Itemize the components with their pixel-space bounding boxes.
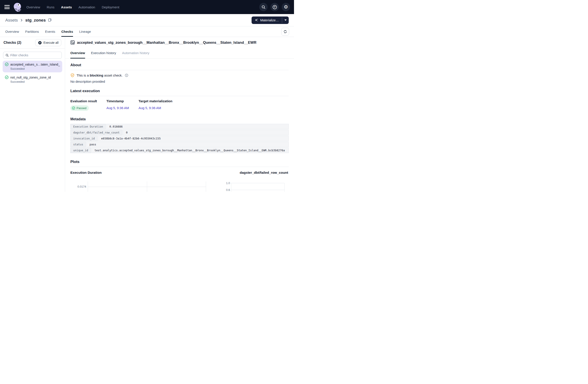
y-axis-tick: 0.6 [224, 188, 230, 192]
tab-lineage[interactable]: Lineage [79, 26, 91, 37]
about-heading: About [70, 63, 289, 67]
evaluation-result-header: Evaluation result [70, 99, 106, 103]
y-axis-tick: 1.0 [224, 181, 230, 185]
check-detail-panel: accepted_values_stg_zones_borough__Manha… [65, 37, 294, 192]
search-icon [5, 54, 9, 57]
breadcrumb-row: Assets stg_zones Materialize… [0, 14, 294, 26]
metadata-heading: Metadata [70, 117, 289, 121]
nav-link-overview[interactable]: Overview [26, 5, 40, 9]
metadata-value: 0 [123, 130, 289, 135]
breadcrumb-assets-link[interactable]: Assets [5, 18, 18, 23]
check-list-item-not-null[interactable]: not_null_stg_zones_zone_id Succeeded [3, 74, 62, 85]
check-tab-overview[interactable]: Overview [70, 51, 85, 59]
execution-duration-chart: Execution Duration 0.0174 [70, 171, 224, 192]
check-tab-automation-history: Automation history [122, 51, 149, 59]
metadata-row: Execution Duration 0.016686 [70, 124, 289, 129]
nav-link-deployment[interactable]: Deployment [102, 5, 119, 9]
metadata-key: dagster_dbt/failed_row_count [70, 130, 123, 135]
check-list-item-accepted-values[interactable]: accepted_values_s…taten_Island_ Succeede… [3, 61, 62, 72]
tab-overview[interactable]: Overview [5, 26, 19, 37]
top-nav: Overview Runs Assets Automation Deployme… [0, 0, 294, 14]
check-success-icon [72, 107, 75, 110]
nav-link-assets[interactable]: Assets [61, 5, 72, 9]
check-item-status: Succeeded [10, 67, 60, 70]
target-materialization-header: Target materialization [139, 99, 172, 103]
check-item-name: accepted_values_s…taten_Island_ [10, 63, 60, 66]
metadata-table: Execution Duration 0.016686 dagster_dbt/… [70, 124, 289, 153]
execute-all-button[interactable]: Execute all [35, 39, 61, 46]
materialize-dropdown-button[interactable] [282, 17, 289, 24]
metadata-value: test.analytics.accepted_values_stg_zones… [91, 148, 289, 153]
dagster-logo-icon[interactable] [13, 2, 22, 12]
chart-title: Execution Duration [70, 171, 224, 175]
breadcrumb-current-asset: stg_zones [25, 18, 46, 23]
tab-events[interactable]: Events [45, 26, 55, 37]
timestamp-link[interactable]: Aug 5, 9:36 AM [106, 106, 129, 110]
nav-links: Overview Runs Assets Automation Deployme… [26, 5, 119, 9]
no-description-text: No description provided [70, 80, 289, 83]
execute-all-label: Execute all [43, 41, 59, 44]
dagster-asset-checks-page: Overview Runs Assets Automation Deployme… [0, 0, 294, 192]
checks-sidebar: Checks (2) Execute all accepted_values_s… [0, 37, 65, 192]
caret-down-icon [284, 19, 287, 21]
target-materialization-link[interactable]: Aug 5, 9:36 AM [139, 106, 161, 110]
tab-checks[interactable]: Checks [61, 26, 73, 37]
materialize-button-label: Materialize… [260, 19, 279, 22]
materialize-button[interactable]: Materialize… [252, 17, 282, 24]
nav-icon-group: ? ⚙ [259, 3, 290, 11]
y-axis-tick: 0.0174 [70, 185, 86, 188]
failed-row-count-chart: dagster_dbt/failed_row_count 1.0 0.6 [224, 171, 289, 192]
refresh-icon [283, 30, 287, 34]
asset-check-icon [70, 40, 75, 45]
shield-check-icon [70, 73, 75, 77]
metadata-key: Execution Duration [70, 124, 106, 129]
play-circle-icon [38, 41, 42, 45]
metadata-row: unique_id test.analytics.accepted_values… [70, 148, 289, 153]
passed-status-badge: Passed [70, 105, 89, 111]
check-tab-bar: Overview Execution history Automation hi… [65, 51, 294, 59]
gear-icon: ⚙ [284, 5, 288, 9]
check-success-icon [5, 63, 9, 66]
sparkle-icon [255, 18, 258, 22]
check-item-status: Succeeded [10, 80, 60, 83]
metadata-row: invocation_id e658b8c8-3a1a-4b4f-82b6-4c… [70, 136, 289, 141]
checks-count-heading: Checks (2) [3, 41, 21, 45]
asset-tab-bar: Overview Partitions Events Checks Lineag… [0, 26, 294, 37]
filter-checks-field[interactable] [3, 52, 62, 59]
check-success-icon [5, 75, 9, 79]
check-item-name: not_null_stg_zones_zone_id [10, 76, 51, 79]
metadata-key: status [70, 142, 86, 147]
help-icon: ? [273, 5, 277, 9]
refresh-button[interactable] [281, 28, 289, 36]
nav-link-runs[interactable]: Runs [47, 5, 55, 9]
filter-checks-input[interactable] [10, 53, 59, 57]
blocking-text: This is a blocking asset check. [77, 73, 123, 77]
copy-asset-name-button[interactable] [48, 18, 52, 22]
chevron-right-icon [20, 19, 23, 22]
metadata-value: e658b8c8-3a1a-4b4f-82b6-4c955043c155 [98, 136, 289, 141]
settings-button[interactable]: ⚙ [282, 3, 290, 11]
info-icon[interactable] [125, 74, 128, 77]
materialize-split-button: Materialize… [252, 17, 289, 24]
metadata-row: status pass [70, 142, 289, 147]
copy-icon [48, 18, 52, 22]
nav-link-automation[interactable]: Automation [79, 5, 95, 9]
latest-execution-heading: Latest execution [70, 89, 289, 93]
search-icon [261, 5, 266, 9]
menu-icon[interactable] [4, 5, 10, 9]
plots-heading: Plots [70, 160, 289, 164]
metadata-value: pass [86, 142, 289, 147]
metadata-value: 0.016686 [106, 124, 289, 129]
search-button[interactable] [259, 3, 268, 11]
check-title: accepted_values_stg_zones_borough__Manha… [77, 41, 256, 45]
metadata-key: unique_id [70, 148, 91, 153]
passed-label: Passed [77, 107, 86, 110]
metadata-key: invocation_id [70, 136, 98, 141]
timestamp-header: Timestamp [106, 99, 139, 103]
tab-partitions[interactable]: Partitions [25, 26, 39, 37]
metadata-row: dagster_dbt/failed_row_count 0 [70, 130, 289, 135]
chart-title: dagster_dbt/failed_row_count [240, 171, 289, 175]
check-tab-execution-history[interactable]: Execution history [91, 51, 116, 59]
help-button[interactable]: ? [271, 3, 279, 11]
